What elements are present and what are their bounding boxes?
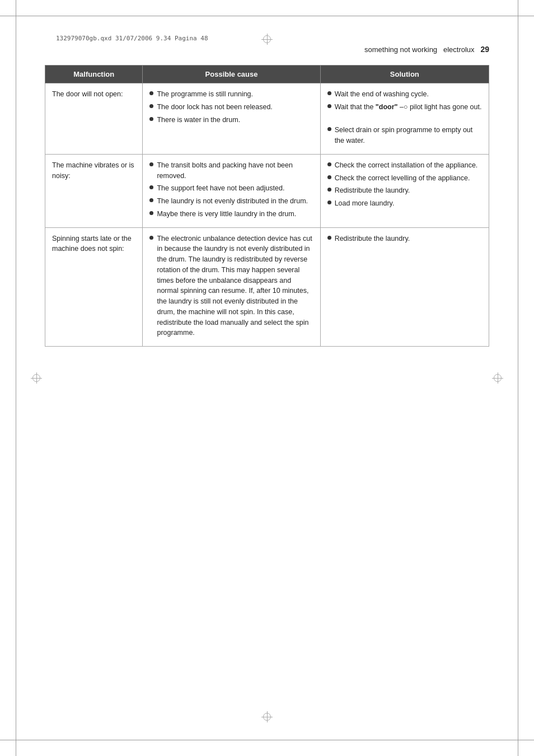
bullet-icon [149, 117, 153, 121]
solution-text: Redistribute the laundry. [335, 234, 482, 244]
table-row: The door will not open: The programme is… [45, 83, 489, 155]
solution-text: Select drain or spin programme to empty … [335, 125, 482, 146]
cause-text-long: The electronic unbalance detection devic… [157, 234, 313, 339]
malfunction-cell-3: Spinning starts late or the machine does… [45, 227, 143, 347]
cause-item: The door lock has not been released. [149, 102, 313, 113]
bullet-icon [327, 175, 331, 179]
solution-cell-3: Redistribute the laundry. [320, 227, 489, 347]
bullet-icon [327, 236, 331, 240]
brand-label: electrolux [443, 45, 475, 54]
malfunction-cell-2: The machine vibrates or is noisy: [45, 154, 143, 227]
page-number: 29 [480, 45, 489, 54]
reg-mark-left [31, 372, 42, 384]
bullet-icon [327, 188, 331, 192]
solution-cell-2: Check the correct installation of the ap… [320, 154, 489, 227]
cause-item: The programme is still running. [149, 89, 313, 100]
cause-cell-2: The transit bolts and packing have not b… [143, 154, 320, 227]
solution-text-levelling: Check the correct levelling of the appli… [335, 173, 482, 184]
cause-text: The transit bolts and packing have not b… [157, 160, 313, 181]
cause-cell-1: The programme is still running. The door… [143, 83, 320, 155]
header-malfunction: Malfunction [45, 66, 143, 83]
solution-item: Check the correct installation of the ap… [327, 160, 482, 171]
page-border-bottom [0, 740, 534, 740]
bullet-icon [327, 104, 331, 108]
page-header: something not working electrolux 29 [0, 0, 534, 59]
cause-item: The transit bolts and packing have not b… [149, 160, 313, 181]
malfunction-text-2: The machine vibrates or is noisy: [52, 161, 134, 180]
bullet-icon [327, 162, 331, 166]
solution-text: Load more laundry. [335, 198, 482, 209]
solution-text: Wait that the "door" –○ pilot light has … [335, 102, 482, 113]
main-content: Malfunction Possible cause Solution The … [0, 65, 534, 347]
malfunction-table: Malfunction Possible cause Solution The … [45, 65, 489, 347]
bullet-icon [149, 104, 153, 108]
header-solution: Solution [320, 66, 489, 83]
malfunction-cell-1: The door will not open: [45, 83, 143, 155]
reg-mark-bottom [261, 711, 273, 722]
table-row: The machine vibrates or is noisy: The tr… [45, 154, 489, 227]
solution-cell-1: Wait the end of washing cycle. Wait that… [320, 83, 489, 155]
cause-text: The door lock has not been released. [157, 102, 313, 113]
bullet-icon [149, 185, 153, 189]
page-border-top [0, 16, 534, 16]
bullet-icon [149, 211, 153, 215]
cause-text: The support feet have not been adjusted. [157, 183, 313, 194]
table-row: Spinning starts late or the machine does… [45, 227, 489, 347]
solution-item: Check the correct levelling of the appli… [327, 173, 482, 184]
reg-mark-top [261, 34, 273, 45]
cause-item: The laundry is not evenly distributed in… [149, 196, 313, 207]
solution-text: Redistribute the laundry. [335, 185, 482, 196]
page-border-left [16, 0, 16, 756]
malfunction-text-3: Spinning starts late or the machine does… [52, 235, 132, 253]
section-label: something not working [364, 45, 437, 54]
reg-mark-right [492, 372, 503, 384]
cause-cell-3: The electronic unbalance detection devic… [143, 227, 320, 347]
cause-item: There is water in the drum. [149, 115, 313, 125]
solution-item: Redistribute the laundry. [327, 185, 482, 196]
bullet-icon [327, 200, 331, 204]
header-cause: Possible cause [143, 66, 320, 83]
solution-item: Select drain or spin programme to empty … [327, 125, 482, 146]
page-border-right [518, 0, 518, 756]
cause-item: The electronic unbalance detection devic… [149, 234, 313, 339]
bullet-icon [149, 198, 153, 202]
malfunction-text-1: The door will not open: [52, 90, 123, 98]
solution-text: Wait the end of washing cycle. [335, 89, 482, 100]
cause-text: There is water in the drum. [157, 115, 313, 125]
cause-text: The programme is still running. [157, 89, 313, 100]
table-header-row: Malfunction Possible cause Solution [45, 66, 489, 83]
bullet-icon [327, 127, 331, 131]
cause-item: Maybe there is very little laundry in th… [149, 209, 313, 220]
bullet-icon [327, 91, 331, 95]
door-keyword: "door" [376, 103, 398, 111]
bullet-icon [149, 236, 153, 240]
cause-text: The laundry is not evenly distributed in… [157, 196, 313, 207]
bullet-icon [149, 91, 153, 95]
bullet-icon [149, 162, 153, 166]
cause-item: The support feet have not been adjusted. [149, 183, 313, 194]
solution-item: Wait that the "door" –○ pilot light has … [327, 102, 482, 113]
cause-text: Maybe there is very little laundry in th… [157, 209, 313, 220]
header-meta: 132979070gb.qxd 31/07/2006 9.34 Pagina 4… [56, 35, 208, 42]
solution-item: Redistribute the laundry. [327, 234, 482, 244]
solution-item: Load more laundry. [327, 198, 482, 209]
solution-text: Check the correct installation of the ap… [335, 160, 482, 171]
solution-item: Wait the end of washing cycle. [327, 89, 482, 100]
